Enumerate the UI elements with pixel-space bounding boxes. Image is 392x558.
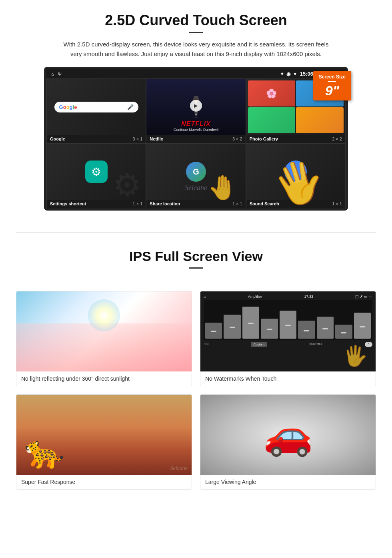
google-label: Google: [50, 136, 65, 141]
location-icon: ◉: [286, 71, 290, 77]
section-divider-line: [16, 232, 376, 233]
status-left: ⌂ Ψ: [51, 72, 62, 76]
feature-card-sunlight: No light reflecting under 360° direct su…: [16, 291, 192, 386]
app-grid-row1: Google 🎤 Google 3 × 1: [46, 78, 346, 143]
amp-back-btn[interactable]: ◁◁: [204, 342, 208, 347]
google-app-inner: Google 🎤: [47, 79, 146, 135]
sound-app-cell[interactable]: ♪ Sound Search 1 × 1: [246, 143, 346, 208]
netflix-app-inner: 🕴 ▶ NETFLIX Continue Marvel's Daredevil: [146, 79, 245, 135]
settings-app-inner: ⚙ ⚙: [47, 144, 146, 200]
screen-size-badge: Screen Size 9": [313, 71, 351, 100]
google-search-bar[interactable]: Google 🎤: [54, 102, 138, 112]
amp-header: ⌂ Amplifier 17:33 ◫ ✗ ▭ ←: [204, 295, 372, 299]
eq-bar-8: [335, 325, 352, 339]
settings-label: Settings shortcut: [50, 201, 86, 206]
google-bg: Google 🎤: [47, 79, 146, 135]
eq-bar-7: [317, 317, 334, 339]
sound-app-inner: ♪: [246, 144, 345, 200]
time-display: 15:06: [300, 71, 313, 77]
google-logo: Google: [59, 104, 77, 110]
maps-app-cell[interactable]: G 🤚 Share location 1 × 1: [146, 143, 246, 208]
feature-img-amplifier: ⌂ Amplifier 17:33 ◫ ✗ ▭ ←: [200, 291, 376, 371]
maps-label-row: Share location 1 × 1: [146, 200, 245, 208]
amp-hand-icon: 🖐: [343, 344, 368, 367]
eq-bar-4: [261, 319, 278, 339]
photo-thumb-3: [248, 107, 296, 133]
hand-touch-overlay: 🤚: [208, 173, 238, 200]
feature-grid: No light reflecting under 360° direct su…: [0, 283, 392, 498]
netflix-size: 3 × 2: [232, 136, 242, 141]
cheetah-icon: 🐆: [24, 433, 64, 471]
section2-title: IPS Full Screen View: [24, 249, 368, 264]
usb-icon: Ψ: [58, 72, 62, 76]
settings-app-cell[interactable]: ⚙ ⚙ Settings shortcut 1 × 1: [46, 143, 146, 208]
feature-card-car: 🚗 Large Viewing Angle: [200, 394, 376, 490]
badge-divider: [328, 81, 336, 82]
sound-bg: ♪: [246, 144, 345, 200]
sound-label: Sound Search: [250, 201, 279, 206]
sound-icon: ♪: [284, 161, 307, 183]
netflix-logo: NETFLIX: [150, 120, 242, 128]
netflix-play-button[interactable]: ▶: [190, 100, 202, 112]
section1-description: With 2.5D curved-display screen, this de…: [60, 40, 332, 59]
section1-title: 2.5D Curved Touch Screen: [24, 12, 368, 29]
eq-bar-6: [298, 321, 315, 339]
section2-ips: IPS Full Screen View: [0, 245, 392, 283]
netflix-bg: 🕴 ▶ NETFLIX Continue Marvel's Daredevil: [146, 79, 245, 135]
home-icon: ⌂: [51, 72, 54, 76]
feature-img-sunlight: [16, 291, 192, 371]
status-bar: ⌂ Ψ ✦ ◉ ▼ 15:06 ◫ ◁) ✗ ▭: [46, 69, 346, 78]
cheetah-seicane-watermark: Seicane: [170, 465, 188, 472]
gallery-label: Photo Gallery: [250, 136, 278, 141]
car-label: Large Viewing Angle: [200, 475, 376, 489]
gallery-size: 2 × 2: [332, 136, 342, 141]
wifi-icon: ▼: [293, 71, 298, 77]
feature-img-cheetah: 🐆 Seicane: [16, 395, 192, 475]
amp-loudness: loudness: [310, 342, 322, 347]
sunlight-rays: [88, 299, 120, 331]
section1-curved-screen: 2.5D Curved Touch Screen With 2.5D curve…: [0, 0, 392, 220]
feature-card-amplifier: ⌂ Amplifier 17:33 ◫ ✗ ▭ ←: [200, 291, 376, 386]
sunlight-label-text: No light reflecting under 360° direct su…: [21, 375, 130, 382]
amp-custom-btn[interactable]: Custom: [251, 342, 267, 347]
amp-title: Amplifier: [248, 295, 262, 299]
maps-size: 1 × 1: [232, 201, 242, 206]
google-size: 3 × 1: [133, 136, 143, 141]
feature-img-car: 🚗: [200, 395, 376, 475]
netflix-subtitle: Continue Marvel's Daredevil: [150, 128, 242, 132]
gallery-label-row: Photo Gallery 2 × 2: [246, 135, 345, 143]
eq-bar-1: [205, 323, 222, 339]
eq-bar-3: [242, 307, 259, 339]
amp-time: 17:33: [304, 295, 313, 299]
car-label-text: Large Viewing Angle: [205, 479, 256, 485]
maps-app-inner: G 🤚: [146, 144, 245, 200]
sound-size: 1 × 1: [332, 201, 342, 206]
google-app-cell[interactable]: Google 🎤 Google 3 × 1: [46, 78, 146, 143]
maps-icon: G: [186, 162, 206, 182]
photo-thumb-1: 🌸: [248, 80, 296, 106]
eq-bar-2: [224, 315, 240, 339]
netflix-label-row: Netflix 3 × 2: [146, 135, 245, 143]
settings-label-row: Settings shortcut 1 × 1: [47, 200, 146, 208]
section2-title-divider: [189, 267, 203, 269]
cheetah-label: Super Fast Response: [16, 475, 192, 489]
settings-ghost-icon: ⚙: [113, 167, 142, 200]
amp-icons: ◫ ✗ ▭ ←: [355, 295, 372, 299]
amplifier-label: No Watermarks When Touch: [200, 371, 376, 386]
settings-bg: ⚙ ⚙: [47, 144, 146, 200]
netflix-overlay: NETFLIX Continue Marvel's Daredevil: [150, 120, 242, 132]
amp-equalizer: [204, 300, 372, 340]
settings-icon: ⚙: [85, 161, 108, 183]
maps-label: Share location: [150, 201, 180, 206]
badge-size: 9": [325, 83, 339, 98]
amplifier-label-text: No Watermarks When Touch: [205, 375, 276, 382]
cheetah-label-text: Super Fast Response: [21, 479, 75, 485]
google-mic-icon[interactable]: 🎤: [127, 104, 134, 110]
app-grid-row2: ⚙ ⚙ Settings shortcut 1 × 1 G 🤚: [46, 143, 346, 208]
title-divider: [189, 32, 203, 33]
netflix-app-cell[interactable]: 🕴 ▶ NETFLIX Continue Marvel's Daredevil …: [146, 78, 246, 143]
device-mockup: ⌂ Ψ ✦ ◉ ▼ 15:06 ◫ ◁) ✗ ▭: [44, 67, 348, 211]
sunlight-label: No light reflecting under 360° direct su…: [16, 371, 192, 386]
car-top-view-icon: 🚗: [263, 411, 313, 458]
amp-home-icon: ⌂: [204, 295, 206, 299]
